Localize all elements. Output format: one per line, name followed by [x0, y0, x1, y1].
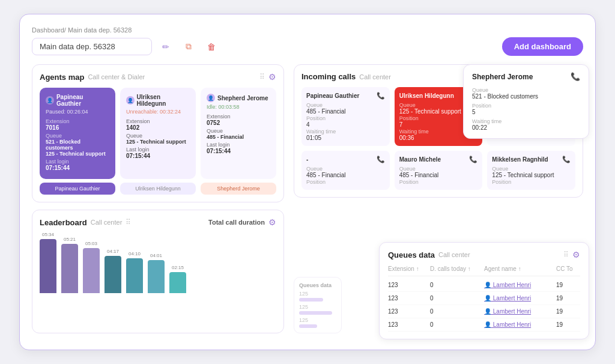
shepherd-card-name: Shepherd Jerome	[472, 73, 533, 81]
table-row: 123 0 👤 Lambert Henri 19	[388, 292, 580, 305]
agent-ext-value: 0752	[207, 120, 270, 126]
mini-val-2: 125	[299, 304, 336, 310]
row-agent-link[interactable]: 👤 Lambert Henri	[484, 282, 556, 288]
shepherd-queue-label: Queue	[472, 87, 580, 93]
row-extension: 123	[388, 282, 430, 288]
row-calls: 0	[430, 295, 484, 302]
call-waiting-label: Waiting time	[306, 129, 385, 135]
table-row: 123 0 👤 Lambert Henri 19	[388, 279, 580, 292]
leaderboard-title: Leaderboard	[40, 218, 87, 227]
agent-login-label: Last login	[46, 159, 109, 165]
agent-ext-value: 7016	[46, 124, 109, 131]
bar-label-2: 05:21	[64, 237, 76, 242]
bar-3	[83, 248, 100, 293]
delete-button[interactable]: 🗑	[202, 38, 220, 56]
mini-bar-1	[299, 298, 323, 302]
agent-queue-value: 521 - Blocked customers125 - Technical s…	[46, 139, 109, 157]
agents-map: Agents map Call center & Dialer ⠿ ⚙ 👤 Pa…	[32, 64, 284, 202]
call-name-row: - 📞	[306, 156, 385, 163]
shepherd-position-value: 5	[472, 109, 580, 115]
table-header: Extension ↑ D. calls today ↑ Agent name …	[388, 265, 580, 276]
phone-icon: 📞	[377, 92, 385, 100]
row-calls: 0	[430, 308, 484, 315]
call-queue-label: Queue	[399, 166, 478, 172]
call-waiting-value: 01:05	[306, 135, 385, 141]
incoming-calls-subtitle: Call center	[359, 73, 391, 80]
agent-queue-label: Queue	[207, 128, 270, 134]
table-row: 123 0 👤 Lambert Henri 19	[388, 318, 580, 332]
call-position-label: Position	[306, 179, 385, 185]
shepherd-waiting-label: Waiting time	[472, 118, 580, 124]
bar-label-7: 02:15	[172, 265, 184, 270]
add-dashboard-button[interactable]: Add dashboard	[502, 37, 583, 56]
agent-name: Shepherd Jerome	[217, 95, 268, 102]
leaderboard-subtitle: Call center	[91, 219, 123, 226]
bar-6	[148, 260, 165, 293]
leaderboard: Leaderboard Call center ⠿ Total call dur…	[32, 210, 284, 333]
row-agent-link[interactable]: 👤 Lambert Henri	[484, 295, 556, 302]
calls-grid-row2: - 📞 Queue 485 - Financial Position Mauro…	[301, 151, 575, 190]
phone-icon: 📞	[469, 156, 477, 163]
bar-1	[40, 239, 56, 293]
bar-2	[61, 244, 78, 293]
agents-map-settings-icon[interactable]: ⚙	[268, 72, 276, 82]
agent-queue-label: Queue	[126, 133, 190, 139]
drag-icon: ⠿	[563, 250, 569, 259]
agents-map-header: Agents map Call center & Dialer ⠿ ⚙	[40, 72, 276, 82]
call-name: Mikkelsen Ragnhild	[492, 156, 548, 163]
table-row: 123 0 👤 Lambert Henri 19	[388, 305, 580, 318]
total-call-duration-label: Total call duration	[208, 219, 265, 226]
bar-group-7: 02:15	[169, 265, 186, 293]
agents-grid: 👤 Papineau Gauthier Paused: 00:26:04 Ext…	[40, 88, 276, 179]
dashboard-select[interactable]: Main data dep. 56328	[32, 38, 152, 55]
row-calls: 0	[430, 321, 484, 328]
call-position-value: 4	[306, 121, 385, 128]
edit-button[interactable]: ✏	[157, 38, 175, 56]
shepherd-card-header: Shepherd Jerome 📞	[472, 72, 580, 81]
bar-group-2: 05:21	[61, 237, 78, 293]
breadcrumb: Dashboard/ Main data dep. 56328	[32, 26, 583, 34]
agent-name: Papineau Gauthier	[56, 94, 109, 107]
call-queue-value: 485 - Financial	[399, 172, 478, 178]
call-card-mikkelsen: Mikkelsen Ragnhild 📞 Queue 125 - Technic…	[487, 151, 575, 190]
drag-icon: ⠿	[126, 218, 131, 226]
row-agent-link[interactable]: 👤 Lambert Henri	[484, 321, 556, 328]
top-controls: Main data dep. 56328 ✏ ⧉ 🗑 Add dashboard	[32, 37, 583, 56]
row-cc: 19	[556, 282, 580, 288]
row-agent-link[interactable]: 👤 Lambert Henri	[484, 308, 556, 315]
bar-group-4: 04:17	[105, 249, 121, 293]
agent-person-icon: 👤	[207, 94, 215, 102]
agent-person-icon: 👤	[126, 96, 135, 105]
agent-login-value: 07:15:44	[46, 165, 109, 171]
col-extension: Extension ↑	[388, 265, 430, 272]
queues-data-header: Queues data Call center ⠿ ⚙	[388, 250, 580, 259]
agent-card-shepherd: 👤 Shepherd Jerome Idle: 00:03:58 Extensi…	[201, 88, 276, 179]
agent-name: Ulriksen Hildegunn	[137, 94, 190, 107]
agent-ext-label: Extension	[46, 118, 109, 124]
bar-5	[126, 258, 143, 293]
copy-button[interactable]: ⧉	[180, 38, 198, 56]
agent-ext-value: 1402	[126, 124, 190, 131]
row-cc: 19	[556, 321, 580, 328]
call-name: -	[306, 156, 308, 163]
agent-ext-label: Extension	[207, 114, 270, 120]
agent-queue-value: 125 - Technical support	[126, 139, 190, 145]
row-extension: 123	[388, 295, 430, 302]
bar-group-5: 04:10	[126, 251, 143, 293]
queues-data-settings-icon[interactable]: ⚙	[572, 250, 580, 259]
call-name-row: Papineau Gauthier 📞	[306, 92, 385, 100]
incoming-calls-title: Incoming calls	[301, 72, 356, 81]
bar-label-3: 05:03	[85, 241, 97, 246]
bar-label-5: 04:10	[129, 251, 141, 256]
bar-group-1: 05:34	[40, 232, 56, 293]
shepherd-position-label: Position	[472, 103, 580, 109]
mini-bar-3	[299, 324, 317, 328]
leaderboard-settings-icon[interactable]: ⚙	[268, 217, 276, 227]
row-extension: 123	[388, 308, 430, 315]
call-queue-value: 485 - Financial	[306, 172, 385, 178]
call-position-label: Position	[492, 179, 571, 185]
bar-label-4: 04:17	[107, 249, 119, 254]
row-extension: 123	[388, 321, 430, 328]
call-queue-label: Queue	[492, 166, 571, 172]
agent-name-row: 👤 Shepherd Jerome	[207, 94, 270, 102]
